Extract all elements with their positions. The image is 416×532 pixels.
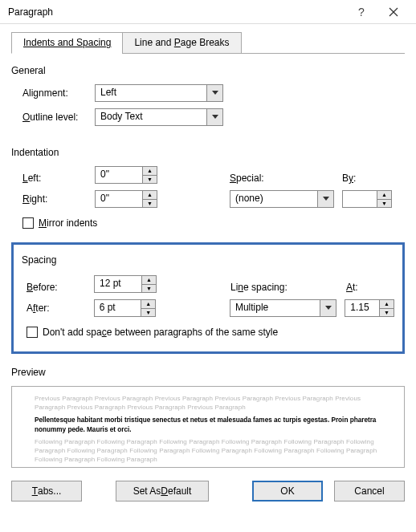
tabstrip: Indents and Spacing Line and Page Breaks [11,32,405,54]
preview-previous: Previous Paragraph Previous Paragraph Pr… [35,395,381,412]
by-value [343,191,377,207]
alignment-value: Left [96,85,206,101]
tab-indents-label: Indents and Spacing [23,37,111,48]
spin-up-icon[interactable]: ▲ [142,276,156,285]
mirror-indents-label: Mirror indents [39,217,97,229]
spin-down-icon[interactable]: ▼ [141,309,155,317]
group-general: General [11,65,405,76]
spin-up-icon[interactable]: ▲ [141,300,155,309]
right-indent-spinner[interactable]: 0"▲▼ [95,190,157,208]
preview-box: Previous Paragraph Previous Paragraph Pr… [11,386,405,468]
help-button[interactable]: ? [345,1,377,23]
chevron-down-icon [206,109,222,125]
right-indent-value: 0" [96,191,142,207]
spin-up-icon[interactable]: ▲ [377,191,391,200]
after-label: After: [27,303,94,314]
at-value: 1.15 [345,300,379,316]
spin-up-icon[interactable]: ▲ [380,300,394,309]
preview-sample: Pellentesque habitant morbi tristique se… [35,416,381,436]
spin-down-icon[interactable]: ▼ [377,200,391,208]
svg-marker-5 [325,306,332,310]
chevron-down-icon [317,191,333,207]
group-indentation: Indentation [11,147,405,158]
spin-down-icon[interactable]: ▼ [143,176,157,184]
chevron-down-icon [206,85,222,101]
dont-add-space-checkbox[interactable]: Don't add space between paragraphs of th… [27,327,278,338]
mirror-indents-checkbox[interactable]: Mirror indents [22,217,97,229]
linespacing-label: Line spacing: [230,282,346,293]
spacing-section: Spacing Before: 12 pt▲▼ Line spacing: At… [11,242,405,354]
svg-marker-2 [212,91,218,95]
after-spinner[interactable]: 6 pt▲▼ [94,299,157,317]
left-indent-spinner[interactable]: 0"▲▼ [95,166,157,184]
footer: Tabs... Set As Default OK Cancel [11,481,405,502]
preview-following: Following Paragraph Following Paragraph … [35,438,381,464]
window-title: Paragraph [8,6,345,18]
group-preview: Preview [11,367,405,378]
at-spinner[interactable]: 1.15▲▼ [345,299,394,317]
special-dropdown[interactable]: (none) [230,190,334,208]
spin-down-icon[interactable]: ▼ [142,285,156,293]
special-value: (none) [230,191,317,207]
outline-level-label: Outline level: [22,112,95,123]
outline-level-dropdown[interactable]: Body Text [95,108,223,126]
by-label: By: [342,173,390,184]
by-spinner[interactable]: ▲▼ [342,190,392,208]
outline-level-value: Body Text [96,109,206,125]
spin-up-icon[interactable]: ▲ [143,191,157,200]
checkbox-box [27,327,38,338]
alignment-dropdown[interactable]: Left [95,84,223,102]
right-label: Right: [22,193,95,205]
linespacing-value: Multiple [230,300,320,316]
set-default-button[interactable]: Set As Default [116,481,209,502]
before-label: Before: [27,282,94,293]
alignment-label: Alignment: [22,87,95,99]
tab-breaks-label: Line and Page Breaks [134,37,229,48]
group-spacing: Spacing [22,254,394,266]
before-value: 12 pt [95,276,141,292]
close-icon [389,7,398,17]
close-button[interactable] [377,1,410,23]
after-value: 6 pt [95,300,141,316]
tabs-button[interactable]: Tabs... [11,481,82,502]
left-indent-value: 0" [96,167,142,183]
tab-line-page-breaks[interactable]: Line and Page Breaks [122,32,241,54]
linespacing-dropdown[interactable]: Multiple [230,299,336,317]
dont-add-space-label: Don't add space between paragraphs of th… [43,327,278,338]
chevron-down-icon [320,300,336,316]
ok-button[interactable]: OK [252,481,323,502]
left-label: Left: [22,173,95,184]
titlebar: Paragraph ? [0,0,416,24]
svg-marker-4 [323,197,329,201]
spin-down-icon[interactable]: ▼ [143,200,157,208]
spin-down-icon[interactable]: ▼ [380,309,394,317]
svg-marker-3 [212,115,218,119]
before-spinner[interactable]: 12 pt▲▼ [94,275,157,293]
tab-indents-spacing[interactable]: Indents and Spacing [11,32,123,54]
checkbox-box [22,217,34,229]
at-label: At: [346,282,378,293]
cancel-button[interactable]: Cancel [334,481,405,502]
special-label: Special: [230,173,342,184]
spin-up-icon[interactable]: ▲ [143,167,157,176]
